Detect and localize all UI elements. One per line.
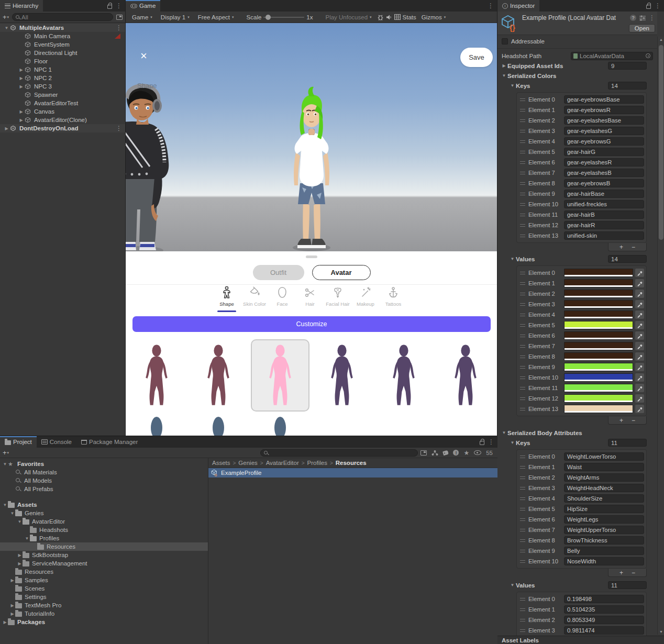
drag-handle-icon[interactable] [520,203,525,206]
color-swatch[interactable] [565,280,633,285]
project-tree-item[interactable]: ▶ Samples [0,576,208,584]
foldout-arrow-icon[interactable]: ▶ [18,109,25,114]
head-shape-option[interactable] [249,416,311,436]
array-size-field[interactable]: 11 [608,439,647,447]
drag-handle-icon[interactable] [520,376,525,379]
color-field[interactable] [564,373,633,382]
eyedropper-icon[interactable] [635,363,644,371]
drag-handle-icon[interactable] [520,272,525,274]
foldout-arrow-icon[interactable]: ▼ [2,503,8,507]
drag-handle-icon[interactable] [520,98,525,101]
element-value-field[interactable]: WeightLegs [564,515,644,524]
addressable-checkbox[interactable] [502,38,508,45]
hierarchy-item[interactable]: ▼ MultipleAvatars ⋮ [0,24,125,32]
drag-handle-icon[interactable] [520,356,525,358]
drag-handle-icon[interactable] [520,518,525,521]
tab-facial-hair[interactable]: Facial Hair [327,286,349,309]
search-window-icon[interactable] [420,450,427,456]
visibility-eye-icon[interactable] [474,450,481,455]
drag-handle-icon[interactable] [520,608,525,611]
project-tree-item[interactable]: ▼ AvatarEditor [0,517,208,526]
tab-hierarchy[interactable]: Hierarchy [0,0,43,12]
head-shape-option[interactable] [187,416,249,436]
hierarchy-search-input[interactable]: All [12,13,113,21]
avatar-tab[interactable]: Avatar [312,265,371,280]
hierarchy-item[interactable]: AvatarEditorTest [0,99,125,107]
element-value-field[interactable]: gear-eyebrowsB [564,179,644,187]
tab-face[interactable]: Face [271,286,293,309]
scale-slider-thumb[interactable] [265,15,271,20]
tab-shape[interactable]: Shape [216,286,238,309]
eyedropper-icon[interactable] [635,269,644,277]
kebab-menu-icon[interactable]: ⋮ [116,3,122,9]
display-mode-dropdown[interactable]: Game▾ [129,13,156,21]
foldout-arrow-icon[interactable]: ▼ [2,462,8,467]
body-shape-option[interactable] [126,339,187,412]
color-field[interactable] [564,394,633,403]
sheet-drag-handle[interactable] [306,256,317,258]
drag-handle-icon[interactable] [520,456,525,458]
element-value-field[interactable]: 0.9811474 [564,626,644,635]
drag-handle-icon[interactable] [520,282,525,285]
drag-handle-icon[interactable] [520,466,525,469]
element-value-field[interactable]: gear-eyelashesR [564,158,644,166]
remove-element-button[interactable]: − [632,243,635,251]
kebab-menu-icon[interactable]: ⋮ [655,3,661,9]
tab-skin-color[interactable]: Skin Color [244,286,265,309]
add-element-button[interactable]: + [619,569,623,576]
element-value-field[interactable]: gear-eyebrowsG [564,137,644,146]
body-shape-option[interactable] [311,339,373,412]
color-swatch[interactable] [565,405,633,411]
array-size-field[interactable]: 14 [608,82,647,90]
project-tree-item[interactable]: All Materials [0,468,208,476]
element-value-field[interactable]: gear-eyelashesG [564,127,644,135]
add-element-button[interactable]: + [619,417,623,424]
add-element-button[interactable]: + [619,243,623,251]
project-tree-item[interactable]: Resources [0,542,208,551]
project-tree-item[interactable]: Settings [0,593,208,601]
element-value-field[interactable]: WeightHeadNeck [564,484,644,492]
drag-handle-icon[interactable] [520,130,525,132]
drag-handle-icon[interactable] [520,224,525,227]
display-dropdown[interactable]: Display 1▾ [158,13,193,21]
element-value-field[interactable]: gear-hairG [564,148,644,156]
create-asset-button[interactable]: +▾ [3,449,9,457]
foldout-arrow-icon[interactable]: ▶ [17,553,23,558]
open-button[interactable]: Open [629,24,655,32]
project-tree-item[interactable]: ▼ Profiles [0,534,208,542]
project-tree-item[interactable]: ▼ Genies [0,509,208,517]
drag-handle-icon[interactable] [520,314,525,316]
color-field[interactable] [564,331,633,340]
tab-game[interactable]: Game [126,0,160,12]
colors-keys-foldout[interactable]: ▼ Keys 14 [497,81,657,91]
project-tree-item[interactable]: ▶ SdkBootstrap [0,551,208,559]
foldout-arrow-icon[interactable]: ▶ [9,578,15,583]
label-tag-icon[interactable] [443,450,449,455]
drag-handle-icon[interactable] [520,119,525,122]
project-tree-item[interactable]: Resources [0,568,208,576]
color-swatch[interactable] [565,342,633,348]
foldout-arrow-icon[interactable]: ▼ [509,83,516,88]
element-value-field[interactable]: BrowThickness [564,536,644,545]
tab-makeup[interactable]: Makeup [355,286,377,309]
project-tree-item[interactable]: Scenes [0,584,208,593]
color-swatch[interactable] [565,332,633,338]
stats-button[interactable]: Stats [403,14,416,20]
headshot-path-field[interactable]: LocalAvatarData [571,52,653,60]
object-picker-icon[interactable] [646,53,650,58]
element-value-field[interactable]: gear-hairB [564,210,644,219]
drag-handle-icon[interactable] [520,303,525,306]
element-value-field[interactable]: 0.5104235 [564,605,644,614]
drag-handle-icon[interactable] [520,550,525,552]
favorites-star-icon[interactable]: ★ [463,450,469,456]
hierarchy-item[interactable]: Spawner [0,91,125,99]
color-field[interactable] [564,279,633,287]
drag-handle-icon[interactable] [520,539,525,542]
drag-handle-icon[interactable] [520,366,525,369]
foldout-arrow-icon[interactable]: ▶ [18,84,25,89]
project-tree-item[interactable]: ▶ ServiceManagement [0,559,208,568]
tab-hair[interactable]: Hair [299,286,321,309]
tab-project[interactable]: Project [0,436,37,448]
drag-handle-icon[interactable] [520,324,525,327]
drag-handle-icon[interactable] [520,497,525,500]
